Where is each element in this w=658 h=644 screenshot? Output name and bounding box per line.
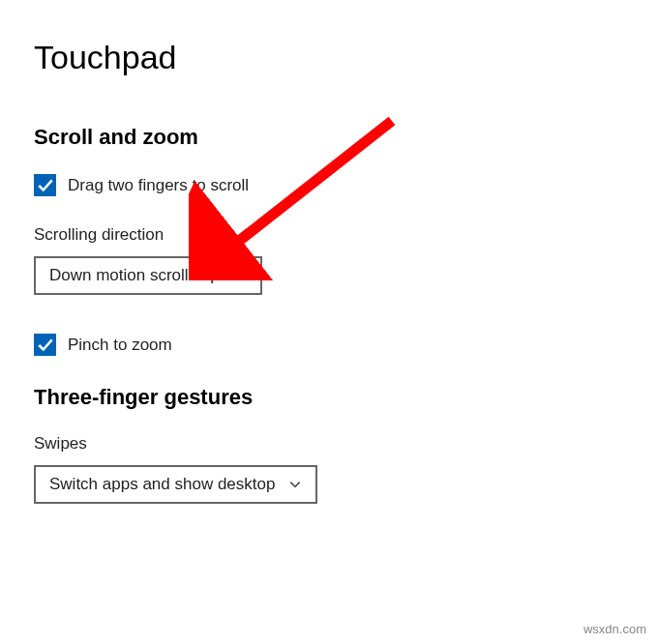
checkbox-label: Drag two fingers to scroll xyxy=(68,176,249,195)
checkbox-drag-two-fingers[interactable]: Drag two fingers to scroll xyxy=(34,174,624,196)
select-scrolling-direction[interactable]: Down motion scrolls up xyxy=(34,256,262,295)
label-swipes: Swipes xyxy=(34,434,624,454)
select-value: Down motion scrolls up xyxy=(49,266,220,285)
section-three-finger-gestures: Three-finger gestures xyxy=(34,385,624,410)
page-title: Touchpad xyxy=(34,39,624,76)
select-swipes[interactable]: Switch apps and show desktop xyxy=(34,465,317,504)
select-value: Switch apps and show desktop xyxy=(49,475,275,494)
chevron-down-icon xyxy=(288,478,302,491)
chevron-down-icon xyxy=(233,269,247,282)
section-scroll-and-zoom: Scroll and zoom xyxy=(34,125,624,150)
label-scrolling-direction: Scrolling direction xyxy=(34,225,624,245)
checkbox-label: Pinch to zoom xyxy=(68,336,172,355)
checkbox-pinch-to-zoom[interactable]: Pinch to zoom xyxy=(34,334,624,356)
watermark-text: wsxdn.com xyxy=(583,622,646,636)
checkmark-icon xyxy=(34,174,56,196)
checkmark-icon xyxy=(34,334,56,356)
